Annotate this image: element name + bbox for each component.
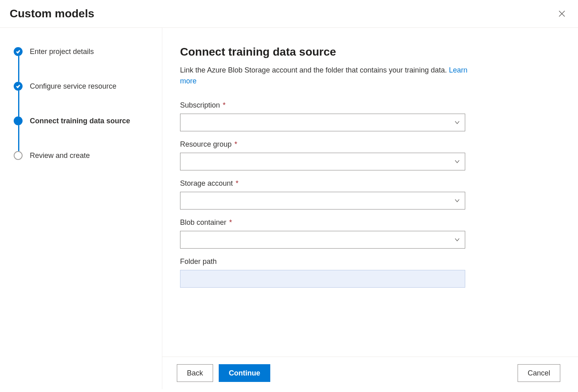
page-heading: Connect training data source (180, 46, 559, 58)
resource-group-label: Resource group * (180, 140, 465, 149)
folder-path-label: Folder path (180, 257, 465, 266)
step-connector (18, 125, 19, 151)
step-label: Connect training data source (30, 117, 130, 125)
step-indicator-upcoming (14, 151, 23, 160)
required-asterisk: * (229, 218, 232, 226)
storage-account-select[interactable] (180, 192, 465, 209)
step-connect-training-data-source[interactable]: Connect training data source (14, 116, 152, 151)
wizard-footer: Back Continue Cancel (162, 357, 578, 389)
step-label: Review and create (30, 151, 90, 160)
step-indicator-completed (14, 82, 23, 91)
blob-container-select[interactable] (180, 231, 465, 249)
checkmark-icon (16, 84, 21, 89)
main-content: Connect training data source Link the Az… (162, 28, 578, 357)
step-enter-project-details[interactable]: Enter project details (14, 47, 152, 82)
back-button[interactable]: Back (177, 364, 213, 382)
required-asterisk: * (223, 101, 226, 109)
field-blob-container: Blob container * (180, 218, 465, 249)
chevron-down-icon (454, 120, 460, 125)
close-icon (559, 10, 565, 17)
checkmark-icon (16, 49, 21, 54)
field-storage-account: Storage account * (180, 179, 465, 209)
dialog-title: Custom models (10, 7, 94, 20)
step-review-and-create[interactable]: Review and create (14, 151, 152, 160)
step-connector (18, 100, 19, 116)
chevron-down-icon (454, 159, 460, 164)
dialog-header: Custom models (0, 0, 578, 28)
chevron-down-icon (454, 237, 460, 243)
close-button[interactable] (555, 7, 568, 20)
required-asterisk: * (236, 179, 238, 187)
step-configure-service-resource[interactable]: Configure service resource (14, 82, 152, 116)
wizard-sidebar: Enter project details Configure service … (0, 28, 162, 389)
page-description: Link the Azure Blob Storage account and … (180, 65, 470, 87)
step-indicator-completed (14, 47, 23, 56)
storage-account-label: Storage account * (180, 179, 465, 188)
field-folder-path: Folder path (180, 257, 465, 288)
continue-button[interactable]: Continue (219, 364, 270, 382)
step-connector (18, 56, 19, 82)
folder-path-input[interactable] (180, 270, 465, 288)
subscription-select[interactable] (180, 114, 465, 131)
resource-group-select[interactable] (180, 153, 465, 170)
step-indicator-active (14, 116, 23, 125)
field-resource-group: Resource group * (180, 140, 465, 170)
chevron-down-icon (454, 198, 460, 203)
subscription-label: Subscription * (180, 101, 465, 110)
step-label: Configure service resource (30, 82, 116, 91)
description-text: Link the Azure Blob Storage account and … (180, 66, 449, 74)
step-label: Enter project details (30, 48, 94, 56)
required-asterisk: * (234, 140, 237, 148)
cancel-button[interactable]: Cancel (518, 364, 560, 382)
field-subscription: Subscription * (180, 101, 465, 131)
blob-container-label: Blob container * (180, 218, 465, 227)
